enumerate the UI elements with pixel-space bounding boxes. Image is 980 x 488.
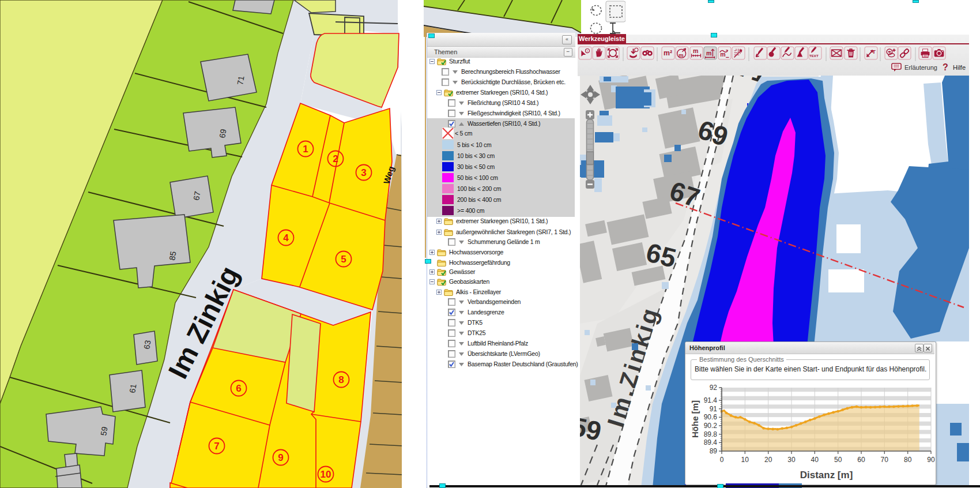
svg-text:i: i: [587, 48, 587, 52]
svg-text:85: 85: [167, 250, 178, 261]
svg-text:T: T: [872, 48, 876, 55]
svg-text:70: 70: [881, 456, 889, 464]
svg-text:1: 1: [303, 144, 308, 155]
svg-text:30: 30: [787, 456, 796, 464]
svg-text:63: 63: [142, 339, 152, 350]
svg-text:TEXT: TEXT: [809, 54, 819, 58]
svg-text:Höhe [m]: Höhe [m]: [690, 400, 700, 438]
svg-text:69: 69: [217, 128, 228, 138]
svg-text:m: m: [693, 47, 698, 54]
svg-text:60: 60: [857, 456, 865, 464]
svg-text:4: 4: [283, 232, 289, 243]
svg-text:92: 92: [710, 384, 718, 392]
svg-text:5: 5: [341, 254, 346, 265]
svg-text:91: 91: [710, 405, 718, 413]
svg-text:10: 10: [741, 456, 749, 464]
svg-text:m: m: [706, 50, 711, 57]
svg-text:9: 9: [278, 452, 283, 463]
svg-text:8: 8: [338, 374, 344, 385]
svg-text:71: 71: [235, 75, 246, 85]
svg-text:80: 80: [904, 456, 912, 464]
svg-text:61: 61: [127, 383, 138, 393]
svg-text:90.2: 90.2: [704, 422, 718, 430]
svg-text:0: 0: [720, 456, 724, 464]
svg-text:89.8: 89.8: [704, 430, 718, 438]
svg-text:3: 3: [361, 167, 366, 178]
svg-text:67: 67: [191, 190, 202, 201]
svg-text:6: 6: [236, 383, 241, 394]
svg-text:Distanz [m]: Distanz [m]: [800, 470, 853, 481]
svg-text:10: 10: [321, 469, 331, 480]
svg-text:89.4: 89.4: [704, 438, 718, 446]
svg-text:7: 7: [214, 441, 219, 452]
svg-text:50: 50: [834, 456, 842, 464]
svg-text:m: m: [679, 52, 684, 58]
svg-text:m²: m²: [664, 49, 672, 57]
svg-text:20: 20: [764, 456, 772, 464]
svg-text:89: 89: [710, 447, 718, 455]
svg-text:40: 40: [811, 456, 819, 464]
svg-text:59: 59: [99, 426, 109, 436]
svg-text:90: 90: [927, 456, 935, 464]
svg-text:91.4: 91.4: [704, 396, 718, 404]
svg-text:90.6: 90.6: [704, 413, 718, 421]
svg-text:2: 2: [333, 153, 338, 164]
